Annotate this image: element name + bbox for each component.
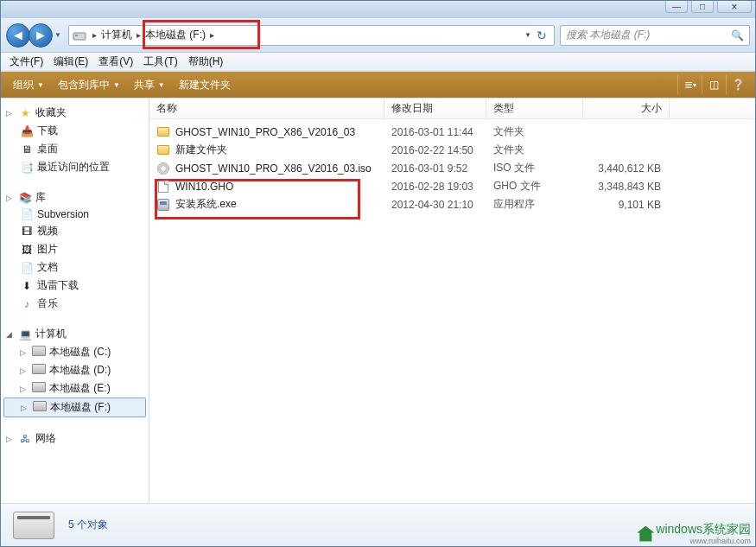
file-row[interactable]: GHOST_WIN10_PRO_X86_V2016_03.iso2016-03-… — [149, 159, 755, 177]
house-icon — [637, 526, 654, 542]
tree-drive-e[interactable]: ▷本地磁盘 (E:) — [1, 379, 149, 398]
breadcrumb-dropdown-icon[interactable]: ▼ — [524, 31, 531, 39]
content-area: ▷★收藏夹 📥下载 🖥桌面 📑最近访问的位置 ▷📚库 📄Subversion 🎞… — [1, 98, 755, 503]
file-size: 9,101 KB — [583, 199, 670, 211]
share-button[interactable]: 共享▼ — [127, 74, 172, 96]
file-name: GHOST_WIN10_PRO_X86_V2016_03 — [175, 126, 355, 138]
file-list-pane: 名称 修改日期 类型 大小 GHOST_WIN10_PRO_X86_V2016_… — [149, 99, 755, 503]
svg-rect-1 — [75, 35, 78, 36]
tree-subversion[interactable]: 📄Subversion — [1, 207, 149, 222]
search-icon: 🔍 — [731, 29, 744, 41]
close-button[interactable]: × — [717, 1, 752, 13]
file-size: 3,440,612 KB — [583, 162, 670, 175]
search-placeholder: 搜索 本地磁盘 (F:) — [566, 28, 650, 42]
include-button[interactable]: 包含到库中▼ — [51, 74, 127, 96]
chevron-right-icon: ▸ — [90, 30, 99, 40]
tree-libraries[interactable]: ▷📚库 — [1, 188, 149, 207]
file-rows: GHOST_WIN10_PRO_X86_V2016_032016-03-01 1… — [149, 119, 755, 503]
file-type: GHO 文件 — [486, 179, 583, 194]
minimize-button[interactable]: — — [665, 1, 688, 13]
breadcrumb[interactable]: ▸ 计算机 ▸ 本地磁盘 (F:) ▸ ▼ ↻ — [68, 25, 555, 46]
organize-button[interactable]: 组织▼ — [6, 74, 51, 96]
watermark-text: windows系统家园 — [656, 522, 751, 536]
file-row[interactable]: WIN10.GHO2016-02-28 19:03GHO 文件3,348,843… — [149, 177, 755, 195]
nav-bar: ◄ ► ▼ ▸ 计算机 ▸ 本地磁盘 (F:) ▸ ▼ ↻ 搜索 本地磁盘 (F… — [1, 18, 755, 53]
file-row[interactable]: GHOST_WIN10_PRO_X86_V2016_032016-03-01 1… — [149, 123, 755, 141]
menu-bar: 文件(F) 编辑(E) 查看(V) 工具(T) 帮助(H) — [1, 53, 755, 72]
file-name: 安装系统.exe — [175, 197, 237, 212]
back-button[interactable]: ◄ — [6, 23, 30, 48]
nav-tree: ▷★收藏夹 📥下载 🖥桌面 📑最近访问的位置 ▷📚库 📄Subversion 🎞… — [1, 99, 149, 503]
history-dropdown[interactable]: ▼ — [53, 23, 63, 48]
file-icon — [156, 198, 170, 212]
file-icon — [156, 180, 170, 194]
new-folder-button[interactable]: 新建文件夹 — [172, 74, 238, 96]
tree-xunlei[interactable]: ⬇迅雷下载 — [1, 277, 149, 295]
menu-tools[interactable]: 工具(T) — [138, 53, 182, 71]
tree-computer[interactable]: ◢💻计算机 — [1, 325, 149, 343]
file-icon — [156, 143, 170, 157]
watermark-sub: www.ruihaitu.com — [656, 537, 751, 545]
file-icon — [156, 125, 170, 139]
watermark: windows系统家园 www.ruihaitu.com — [637, 522, 751, 545]
file-type: 应用程序 — [486, 197, 583, 212]
titlebar: — □ × — [1, 1, 755, 18]
menu-file[interactable]: 文件(F) — [4, 53, 48, 71]
breadcrumb-computer[interactable]: 计算机 — [99, 26, 134, 45]
file-type: 文件夹 — [486, 124, 583, 139]
file-size: 3,348,843 KB — [583, 181, 670, 193]
help-icon[interactable]: ❔ — [726, 75, 750, 94]
tree-favorites[interactable]: ▷★收藏夹 — [1, 104, 149, 122]
menu-view[interactable]: 查看(V) — [93, 53, 138, 71]
tree-downloads[interactable]: 📥下载 — [1, 122, 149, 140]
file-type: 文件夹 — [486, 143, 583, 157]
menu-edit[interactable]: 编辑(E) — [48, 53, 93, 71]
file-name: WIN10.GHO — [175, 181, 233, 193]
tree-drive-d[interactable]: ▷本地磁盘 (D:) — [1, 361, 149, 379]
refresh-icon[interactable]: ↻ — [537, 29, 547, 42]
file-name: 新建文件夹 — [175, 143, 227, 157]
col-type[interactable]: 类型 — [486, 99, 583, 118]
tree-pictures[interactable]: 🖼图片 — [1, 240, 149, 258]
file-date: 2016-02-28 19:03 — [384, 181, 486, 193]
col-name[interactable]: 名称 — [149, 99, 384, 118]
tree-recent[interactable]: 📑最近访问的位置 — [1, 158, 149, 176]
drive-large-icon — [13, 512, 54, 539]
explorer-window: — □ × ◄ ► ▼ ▸ 计算机 ▸ 本地磁盘 (F:) ▸ ▼ ↻ 搜索 本… — [0, 0, 756, 547]
tree-desktop[interactable]: 🖥桌面 — [1, 140, 149, 158]
preview-pane-button[interactable]: ◫ — [702, 75, 726, 94]
col-size[interactable]: 大小 — [583, 99, 670, 118]
forward-button[interactable]: ► — [29, 23, 53, 48]
file-date: 2016-03-01 11:44 — [384, 126, 486, 138]
tree-drive-f[interactable]: ▷本地磁盘 (F:) — [3, 398, 146, 417]
file-name: GHOST_WIN10_PRO_X86_V2016_03.iso — [175, 162, 372, 175]
chevron-right-icon: ▸ — [134, 30, 143, 40]
file-date: 2016-03-01 9:52 — [384, 162, 486, 175]
tree-videos[interactable]: 🎞视频 — [1, 222, 149, 240]
column-headers: 名称 修改日期 类型 大小 — [149, 99, 755, 119]
status-count: 5 个对象 — [68, 518, 108, 532]
view-options-button[interactable]: ≣ ▾ — [677, 75, 702, 94]
drive-icon — [73, 29, 86, 42]
tree-documents[interactable]: 📄文档 — [1, 258, 149, 277]
file-date: 2012-04-30 21:10 — [384, 199, 486, 211]
file-icon — [156, 162, 170, 175]
chevron-right-icon: ▸ — [207, 30, 217, 40]
tree-network[interactable]: ▷🖧网络 — [1, 429, 149, 448]
search-input[interactable]: 搜索 本地磁盘 (F:) 🔍 — [560, 25, 750, 46]
breadcrumb-drive[interactable]: 本地磁盘 (F:) — [143, 26, 207, 45]
command-bar: 组织▼ 包含到库中▼ 共享▼ 新建文件夹 ≣ ▾ ◫ ❔ — [1, 72, 755, 98]
maximize-button[interactable]: □ — [691, 1, 714, 13]
tree-drive-c[interactable]: ▷本地磁盘 (C:) — [1, 343, 149, 361]
file-row[interactable]: 新建文件夹2016-02-22 14:50文件夹 — [149, 141, 755, 159]
file-type: ISO 文件 — [486, 161, 583, 175]
menu-help[interactable]: 帮助(H) — [183, 53, 229, 71]
file-row[interactable]: 安装系统.exe2012-04-30 21:10应用程序9,101 KB — [149, 195, 755, 213]
col-date[interactable]: 修改日期 — [384, 99, 486, 118]
tree-music[interactable]: ♪音乐 — [1, 295, 149, 313]
file-date: 2016-02-22 14:50 — [384, 144, 486, 156]
